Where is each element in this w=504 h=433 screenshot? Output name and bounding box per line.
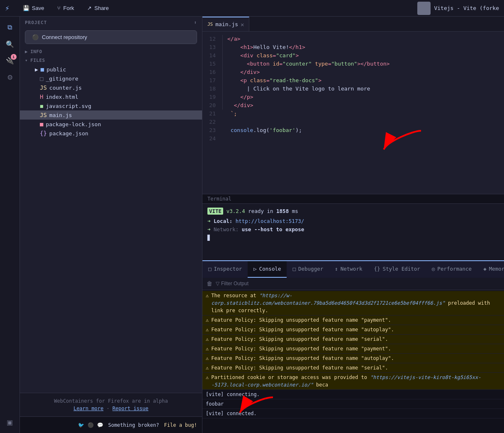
code-line-console: 23 console.log('foobar'); [202, 126, 504, 135]
tab-close-button[interactable]: ✕ [241, 22, 244, 27]
console-line: ⚠ Partitioned cookie or storage access w… [202, 373, 504, 390]
layout-icon: ▣ [7, 418, 13, 426]
sidebar-icon-search[interactable]: 🔍 [2, 37, 17, 51]
tab-inspector[interactable]: □ Inspector [202, 261, 248, 278]
console-line: ⚠ Feature Policy: Skipping unsupported f… [202, 335, 504, 344]
list-item[interactable]: ■ package-lock.json [20, 120, 202, 129]
report-issue-link[interactable]: Report issue [112, 406, 149, 411]
code-line: 21 `; [202, 110, 504, 118]
code-line: 22 [202, 118, 504, 126]
warn-icon: ⚠ [206, 316, 209, 324]
sidebar-icon-layout[interactable]: ▣ [2, 415, 17, 430]
sidebar-icon-files[interactable]: ⧉ [2, 20, 17, 35]
js-file-icon: JS [40, 112, 47, 118]
tab-performance[interactable]: ◎ Performance [426, 261, 477, 278]
console-line: ⚠ Feature Policy: Skipping unsupported f… [202, 363, 504, 373]
github-icon[interactable]: ⚫ [88, 422, 94, 428]
connect-repository-button[interactable]: ⚫ Connect repository [25, 30, 197, 44]
info-section[interactable]: ▶ INFO [20, 47, 202, 56]
warn-icon: ⚠ [206, 292, 209, 299]
list-item[interactable]: JS main.js [20, 110, 202, 120]
code-line: 20 </div> [202, 101, 504, 110]
share-button[interactable]: ↗ Share [84, 3, 112, 13]
save-icon: 💾 [23, 5, 29, 11]
list-item[interactable]: □ _gitignore [20, 74, 202, 83]
github-icon: ⚫ [32, 34, 39, 40]
console-line: ⚠ The resource at "https://w-corp.static… [202, 291, 504, 316]
footer-bar: 🐦 ⚫ 💬 Something broken? File a bug! [20, 416, 202, 433]
code-line: 13 <h1>Hello Vite!</h1> [202, 43, 504, 51]
bug-link[interactable]: File a bug! [164, 422, 197, 428]
code-line: 18 | Click on the Vite logo to learn mor… [202, 85, 504, 93]
clear-console-button[interactable]: 🗑 [207, 280, 212, 287]
warn-icon: ⚠ [206, 374, 209, 381]
console-icon: ▷ [253, 266, 257, 272]
network-icon: ↕ [335, 266, 338, 272]
discord-icon[interactable]: 💬 [97, 422, 103, 428]
list-item[interactable]: ▶ ■ public [20, 65, 202, 74]
sidebar-icon-extensions[interactable]: 🔌 1 [2, 53, 17, 68]
code-line: 19 </p> [202, 93, 504, 101]
terminal-line: ➜ Local: http://localhost:5173/ [207, 217, 499, 225]
performance-icon: ◎ [432, 266, 435, 272]
chevron-down-icon: ▾ [25, 58, 28, 63]
tab-debugger[interactable]: □ Debugger [287, 261, 329, 278]
upload-icon[interactable]: ⬆ [194, 20, 197, 25]
file-panel: PROJECT ⬆ ⚫ Connect repository ▶ INFO ▾ … [20, 17, 202, 433]
alpha-notice: WebContainers for Firefox are in alpha L… [20, 393, 202, 416]
broken-text: Something broken? [108, 422, 159, 428]
list-item[interactable]: {} package.json [20, 129, 202, 138]
code-editor[interactable]: 12 </a> 13 <h1>Hello Vite!</h1> 14 <div … [202, 32, 504, 194]
console-panel: 🗑 ▽ Filter Output ⚠ The resource at "htt… [202, 278, 504, 433]
devtools-bar: □ Inspector ▷ Console □ Debugger ↕ Netwo… [202, 260, 504, 278]
search-icon: 🔍 [6, 40, 14, 48]
console-line: ⚠ Feature Policy: Skipping unsupported f… [202, 325, 504, 335]
json-file-icon: ■ [40, 121, 43, 127]
learn-more-link[interactable]: Learn more [73, 406, 103, 411]
code-line: 14 <div class="card"> [202, 51, 504, 60]
warn-icon: ⚠ [206, 335, 209, 343]
terminal-line: VITE v3.2.4 ready in 1858 ms [207, 207, 499, 215]
console-line: ⚠ Feature Policy: Skipping unsupported f… [202, 354, 504, 363]
filter-icon: ▽ [216, 281, 219, 286]
tab-network[interactable]: ↕ Network [329, 261, 368, 278]
save-button[interactable]: 💾 Save [19, 3, 48, 13]
terminal-content[interactable]: VITE v3.2.4 ready in 1858 ms ➜ Local: ht… [202, 204, 504, 260]
tab-style-editor[interactable]: {} Style Editor [368, 261, 426, 278]
fork-button[interactable]: ⑂ Fork [54, 3, 77, 13]
chevron-right-icon: ▶ [35, 66, 38, 73]
svg-file-icon: ◼ [40, 103, 43, 109]
inspector-icon: □ [208, 266, 212, 272]
tab-bar: JS main.js ✕ [202, 17, 504, 32]
js-tab-icon: JS [207, 22, 213, 27]
warn-icon: ⚠ [206, 326, 209, 333]
filter-output-button[interactable]: ▽ Filter Output [216, 281, 248, 286]
html-file-icon: H [40, 93, 43, 100]
file-panel-header: PROJECT ⬆ [20, 17, 202, 29]
files-section[interactable]: ▾ FILES [20, 56, 202, 65]
terminal-header: Terminal [202, 194, 504, 204]
tab-main-js[interactable]: JS main.js ✕ [202, 17, 249, 31]
style-editor-icon: {} [374, 266, 380, 272]
extension-badge: 1 [11, 54, 17, 60]
file-icon: □ [40, 75, 43, 82]
console-line: ⚠ Feature Policy: Skipping unsupported f… [202, 316, 504, 325]
list-item[interactable]: H index.html [20, 92, 202, 101]
code-line: 17 <p class="read-the-docs"> [202, 76, 504, 85]
sidebar-icon-settings[interactable]: ⚙ [2, 70, 17, 85]
tab-memory[interactable]: ◈ Memory [477, 261, 504, 278]
list-item[interactable]: JS counter.js [20, 83, 202, 92]
list-item[interactable]: ◼ javascript.svg [20, 101, 202, 110]
tab-console[interactable]: ▷ Console [248, 261, 287, 278]
console-lines: ⚠ The resource at "https://w-corp.static… [202, 290, 504, 419]
warn-icon: ⚠ [206, 364, 209, 372]
code-line: 16 </div> [202, 68, 504, 76]
twitter-icon[interactable]: 🐦 [78, 422, 84, 428]
console-line: [vite] connected. [202, 409, 504, 418]
file-tree: ▶ ■ public □ _gitignore JS counter.js H [20, 65, 202, 393]
folder-icon: ■ [41, 66, 44, 73]
settings-icon: ⚙ [7, 73, 13, 81]
share-icon: ↗ [87, 5, 92, 11]
avatar [417, 2, 431, 15]
warn-icon: ⚠ [206, 345, 209, 352]
